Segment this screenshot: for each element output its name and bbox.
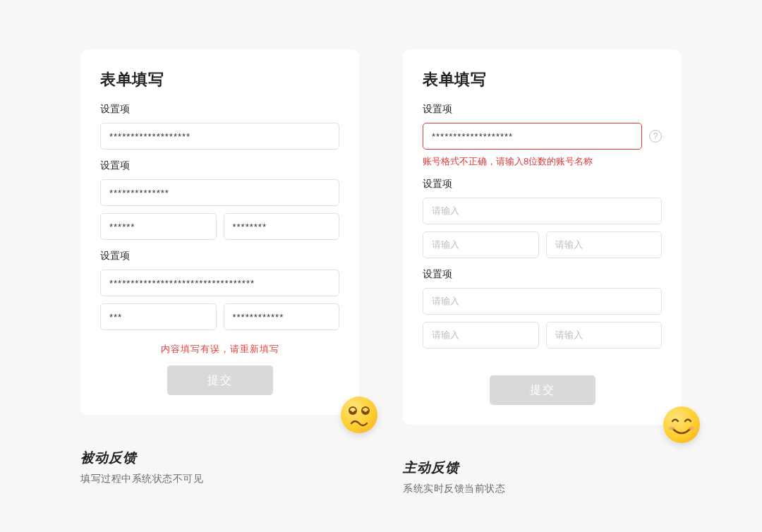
smile-face-icon <box>663 406 700 443</box>
text-input[interactable]: ******** <box>224 213 340 240</box>
svg-point-0 <box>342 398 376 432</box>
text-input[interactable]: ******************* <box>100 123 339 150</box>
caption-title: 被动反馈 <box>80 449 359 467</box>
text-input[interactable]: 请输入 <box>423 231 539 258</box>
caption-title: 主动反馈 <box>403 459 682 477</box>
section-label: 设置项 <box>423 178 662 191</box>
card-title: 表单填写 <box>100 69 339 90</box>
text-input[interactable]: *** <box>100 303 217 330</box>
caption-subtitle: 填写过程中系统状态不可见 <box>80 473 359 485</box>
left-column: 表单填写 设置项 ******************* 设置项 *******… <box>80 49 359 495</box>
right-card: 表单填写 设置项 ******************* ? 账号格式不正确，请… <box>403 49 682 425</box>
text-input[interactable]: 请输入 <box>423 322 539 349</box>
text-input[interactable]: 请输入 <box>423 198 662 224</box>
card-title: 表单填写 <box>423 69 662 90</box>
text-input[interactable]: ************** <box>100 179 339 206</box>
text-input[interactable]: 请输入 <box>546 322 663 349</box>
text-input[interactable]: ************ <box>224 303 340 330</box>
caption-subtitle: 系统实时反馈当前状态 <box>403 483 682 495</box>
right-section-3: 设置项 请输入 请输入 请输入 <box>423 268 662 349</box>
left-caption: 被动反馈 填写过程中系统状态不可见 <box>80 449 359 485</box>
text-input[interactable]: ********************************** <box>100 270 339 296</box>
svg-point-2 <box>689 427 694 430</box>
right-column: 表单填写 设置项 ******************* ? 账号格式不正确，请… <box>403 49 682 495</box>
left-section-1: 设置项 ******************* <box>100 103 339 150</box>
left-section-2: 设置项 ************** ****** ******** <box>100 159 339 240</box>
section-label: 设置项 <box>100 159 339 172</box>
left-section-3: 设置项 ********************************** *… <box>100 250 339 330</box>
text-input-error[interactable]: ******************* <box>423 123 642 150</box>
section-label: 设置项 <box>423 103 662 116</box>
section-label: 设置项 <box>100 103 339 116</box>
text-input[interactable]: 请输入 <box>423 288 662 315</box>
right-caption: 主动反馈 系统实时反馈当前状态 <box>403 459 682 495</box>
dizzy-face-icon <box>341 397 377 433</box>
comparison-page: 表单填写 设置项 ******************* 设置项 *******… <box>0 0 762 495</box>
field-error-message: 账号格式不正确，请输入8位数的账号名称 <box>423 155 662 168</box>
section-label: 设置项 <box>100 250 339 262</box>
right-section-1: 设置项 ******************* ? 账号格式不正确，请输入8位数… <box>423 103 662 168</box>
right-section-2: 设置项 请输入 请输入 请输入 <box>423 178 662 258</box>
text-input[interactable]: ****** <box>100 213 217 240</box>
submit-button[interactable]: 提交 <box>490 375 595 405</box>
help-icon[interactable]: ? <box>649 130 662 143</box>
left-card: 表单填写 设置项 ******************* 设置项 *******… <box>80 49 359 415</box>
form-error-message: 内容填写有误，请重新填写 <box>100 343 339 356</box>
section-label: 设置项 <box>423 268 662 281</box>
svg-point-1 <box>669 427 675 430</box>
text-input[interactable]: 请输入 <box>546 231 663 258</box>
submit-button[interactable]: 提交 <box>167 365 273 395</box>
